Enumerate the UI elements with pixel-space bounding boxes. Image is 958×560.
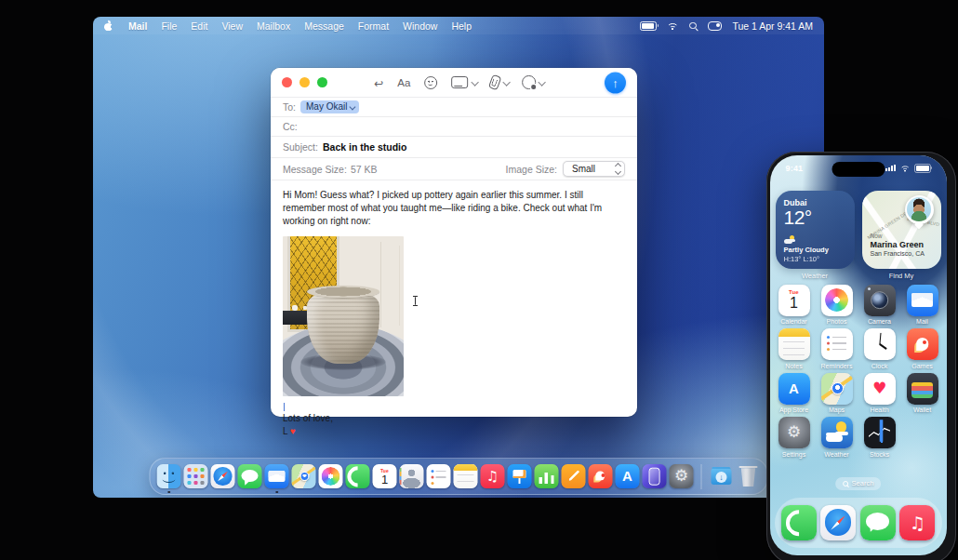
mail-icon <box>907 285 938 316</box>
dock-iphone-mirroring[interactable] <box>643 464 667 488</box>
photo-clay-pot <box>307 289 379 364</box>
iphone-dock-safari[interactable] <box>818 505 858 540</box>
dock-downloads[interactable] <box>710 464 734 488</box>
dynamic-island <box>832 162 885 177</box>
menu-window[interactable]: Window <box>403 20 437 32</box>
iphone-app-mail[interactable]: Mail <box>901 285 943 326</box>
dock-settings[interactable] <box>670 464 694 488</box>
iphone-app-games[interactable]: Games <box>901 328 943 369</box>
dock-maps[interactable] <box>292 464 316 488</box>
send-button[interactable]: ↑ <box>605 72 626 93</box>
dock-contacts[interactable] <box>400 464 424 488</box>
iphone-app-stocks[interactable]: Stocks <box>858 417 900 458</box>
menu-message[interactable]: Message <box>304 20 344 32</box>
close-button[interactable] <box>282 77 292 87</box>
mac-dock: Tue1 <box>150 458 768 495</box>
popup-stepper-icon <box>616 164 620 175</box>
apple-menu-icon[interactable] <box>104 21 113 31</box>
traffic-lights <box>282 77 327 87</box>
iphone-dock-messages[interactable] <box>858 505 898 540</box>
iphone-app-calendar[interactable]: Tue1Calendar <box>773 285 815 326</box>
format-button[interactable]: Aa <box>397 77 410 88</box>
dock-messages[interactable] <box>238 464 262 488</box>
wifi-icon[interactable] <box>667 21 678 30</box>
menu-bar-clock[interactable]: Tue 1 Apr 9:41 AM <box>732 20 813 32</box>
send-arrow-icon: ↑ <box>612 75 619 89</box>
iphone-app-app-store[interactable]: App Store <box>773 373 815 414</box>
iphone-app-health[interactable]: Health <box>858 373 900 414</box>
iphone-app-wallet[interactable]: Wallet <box>901 373 943 414</box>
dock-reminders[interactable] <box>427 464 451 488</box>
mail-compose-window: Aa ↑ To: May Okail Cc: Subject: <box>271 68 637 417</box>
app-label-wallet: Wallet <box>913 407 931 413</box>
iphone-screen: 9:41 Dubai 12° Partly Cloudy H:13° L: <box>770 155 947 555</box>
dock-pages[interactable] <box>562 464 586 488</box>
app-label-settings: Settings <box>782 451 805 458</box>
widget-labels: Weather Find My <box>770 272 947 280</box>
iphone-app-clock[interactable]: Clock <box>858 328 900 369</box>
iphone-app-maps[interactable]: Maps <box>816 373 858 414</box>
menu-edit[interactable]: Edit <box>191 20 207 32</box>
message-body[interactable]: Hi Mom! Guess what? I picked up pottery … <box>271 180 637 437</box>
undo-button[interactable] <box>374 74 383 91</box>
dock-games[interactable] <box>589 464 613 488</box>
recipient-token[interactable]: May Okail <box>300 100 359 113</box>
app-label-notes: Notes <box>785 363 802 369</box>
app-label-calendar: Calendar <box>780 318 806 325</box>
settings-icon <box>778 417 810 448</box>
dock-numbers[interactable] <box>535 464 559 488</box>
iphone-app-weather[interactable]: Weather <box>816 417 858 458</box>
menu-format[interactable]: Format <box>358 20 389 32</box>
weather-widget[interactable]: Dubai 12° Partly Cloudy H:13° L:10° <box>776 191 855 269</box>
pottery-photo-attachment[interactable] <box>283 236 404 396</box>
iphone-dock-music[interactable] <box>898 505 938 540</box>
attach-button[interactable] <box>490 75 508 89</box>
menu-view[interactable]: View <box>221 20 243 32</box>
photo-browser-button[interactable] <box>451 76 476 89</box>
home-search-button[interactable]: Search <box>835 477 882 490</box>
messages-icon <box>238 464 262 488</box>
minimize-button[interactable] <box>299 77 310 87</box>
menu-help[interactable]: Help <box>451 20 472 32</box>
iphone-app-reminders[interactable]: Reminders <box>816 328 858 369</box>
menu-file[interactable]: File <box>161 20 177 32</box>
dock-app-store[interactable] <box>616 464 640 488</box>
dock-phone[interactable] <box>346 464 370 488</box>
reminders-icon <box>427 464 451 488</box>
spotlight-search-icon[interactable] <box>688 21 698 31</box>
control-center-icon[interactable] <box>708 21 722 31</box>
iphone-app-photos[interactable]: Photos <box>816 285 858 326</box>
iphone-app-camera[interactable]: Camera <box>858 285 900 326</box>
contacts-icon <box>400 464 424 488</box>
subject-label: Subject: <box>283 141 318 153</box>
menu-mailbox[interactable]: Mailbox <box>257 20 290 32</box>
window-titlebar[interactable]: Aa ↑ <box>271 68 637 98</box>
camera-icon <box>864 285 896 316</box>
insert-menu-button[interactable] <box>522 75 544 89</box>
find-my-widget[interactable]: MARINA GREEN DR MARINA BLVD Now Marina G… <box>862 191 941 269</box>
dock-launchpad[interactable] <box>184 464 208 488</box>
dock-music[interactable] <box>481 464 505 488</box>
iphone-app-settings[interactable]: Settings <box>773 417 815 458</box>
text-insertion-caret <box>284 403 285 411</box>
to-field[interactable]: To: May Okail <box>271 98 637 117</box>
dock-trash[interactable] <box>737 464 761 488</box>
image-size-popup[interactable]: Small <box>563 161 625 177</box>
subject-field[interactable]: Subject: Back in the studio <box>271 137 637 158</box>
emoji-button[interactable] <box>424 76 437 89</box>
dock-calendar[interactable]: Tue1 <box>373 464 397 488</box>
cc-field[interactable]: Cc: <box>271 117 637 137</box>
menu-mail[interactable]: Mail <box>128 20 147 32</box>
dock-keynote[interactable] <box>508 464 532 488</box>
battery-icon[interactable] <box>640 21 657 31</box>
messages-icon <box>860 505 896 540</box>
dock-finder[interactable] <box>157 464 181 488</box>
dock-photos[interactable] <box>319 464 343 488</box>
iphone-app-notes[interactable]: Notes <box>773 328 815 369</box>
closing-line-1: Lots of love, <box>283 412 625 425</box>
iphone-dock-phone[interactable] <box>779 505 819 540</box>
dock-notes[interactable] <box>454 464 478 488</box>
dock-mail[interactable] <box>265 464 289 488</box>
dock-safari[interactable] <box>211 464 235 488</box>
zoom-button[interactable] <box>317 77 327 87</box>
